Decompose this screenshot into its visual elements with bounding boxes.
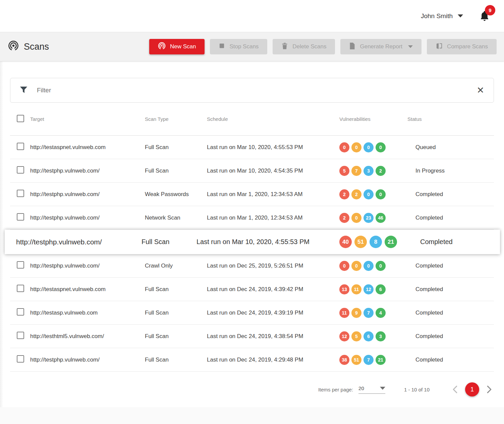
stop-icon — [219, 43, 225, 51]
filter-placeholder: Filter — [37, 87, 51, 94]
table-row[interactable]: http://testhtml5.vulnweb.com/ Full Scan … — [10, 325, 494, 348]
compare-scans-button[interactable]: Compare Scans — [427, 39, 497, 54]
filter-funnel-icon — [19, 85, 28, 96]
row-checkbox[interactable] — [17, 308, 24, 316]
target-url: http://testphp.vulnweb.com/ — [30, 357, 145, 363]
row-checkbox[interactable] — [17, 261, 24, 269]
notifications-button[interactable]: 9 — [479, 10, 490, 22]
row-checkbox[interactable] — [17, 285, 24, 292]
low-severity-badge: 3 — [363, 166, 374, 176]
scan-type: Full Scan — [142, 238, 197, 246]
pagination-bar: Items per page: 20 1 - 10 of 10 1 — [10, 378, 494, 401]
high-severity-badge: 0 — [339, 142, 349, 152]
row-checkbox[interactable] — [17, 355, 24, 363]
target-url: http://testphp.vulnweb.com/ — [30, 215, 145, 221]
column-header-status: Status — [407, 116, 494, 122]
scan-type: Network Scan — [145, 215, 207, 221]
scan-status: Completed — [415, 238, 500, 246]
vulnerability-badges: 12 5 6 3 — [339, 331, 407, 341]
row-checkbox[interactable] — [17, 166, 24, 174]
delete-scans-label: Delete Scans — [292, 43, 326, 50]
low-severity-badge: 8 — [370, 236, 382, 248]
table-body: http://testaspnet.vulnweb.com Full Scan … — [0, 136, 504, 372]
scan-status: Queued — [407, 144, 494, 151]
previous-page-button[interactable] — [450, 383, 460, 395]
table-row[interactable]: http://testphp.vulnweb.com/ Full Scan La… — [10, 348, 494, 372]
row-checkbox[interactable] — [17, 332, 24, 339]
chevron-down-icon — [380, 387, 385, 390]
scan-status: In Progress — [407, 168, 494, 174]
scan-status: Completed — [407, 357, 494, 363]
schedule: Last run on Dec 24, 2019, 4:39:19 PM — [207, 310, 339, 316]
table-row[interactable]: http://testaspnet.vulnweb.com Full Scan … — [10, 136, 494, 159]
pagination-range: 1 - 10 of 10 — [404, 387, 430, 392]
scan-type: Full Scan — [145, 168, 207, 174]
delete-scans-button[interactable]: Delete Scans — [273, 39, 335, 54]
info-severity-badge: 6 — [376, 284, 386, 294]
medium-severity-badge: 0 — [351, 142, 361, 152]
high-severity-badge: 5 — [339, 166, 349, 176]
table-row[interactable]: http://testphp.vulnweb.com/ Full Scan La… — [5, 230, 500, 254]
info-severity-badge: 0 — [376, 189, 386, 199]
select-all-checkbox[interactable] — [17, 115, 24, 122]
info-severity-badge: 3 — [376, 331, 386, 341]
vulnerability-badges: 40 51 8 21 — [339, 236, 415, 248]
table-row[interactable]: http://testphp.vulnweb.com/ Full Scan La… — [10, 159, 494, 183]
high-severity-badge: 13 — [339, 284, 349, 294]
scan-type: Full Scan — [145, 333, 207, 340]
table-row[interactable]: http://testaspnet.vulnweb.com Full Scan … — [10, 278, 494, 301]
info-severity-badge: 46 — [376, 213, 386, 223]
table-row[interactable]: http://testasp.vulnweb.com Full Scan Las… — [10, 301, 494, 325]
column-header-target: Target — [30, 116, 145, 122]
low-severity-badge: 6 — [363, 331, 374, 341]
scan-status: Completed — [407, 215, 494, 221]
info-severity-badge: 2 — [376, 166, 386, 176]
row-checkbox[interactable] — [17, 190, 24, 197]
new-scan-label: New Scan — [170, 43, 196, 50]
schedule: Last run on Dec 24, 2019, 4:38:54 PM — [207, 333, 339, 340]
new-scan-button[interactable]: New Scan — [149, 39, 205, 54]
scan-type: Full Scan — [145, 357, 207, 363]
target-url: http://testphp.vulnweb.com/ — [30, 191, 145, 198]
stop-scans-button[interactable]: Stop Scans — [210, 39, 267, 54]
low-severity-badge: 0 — [363, 189, 374, 199]
column-header-vulnerabilities: Vulnerabilities — [339, 116, 407, 122]
low-severity-badge: 0 — [363, 261, 374, 271]
scan-status: Completed — [407, 263, 494, 269]
high-severity-badge: 0 — [339, 261, 349, 271]
info-severity-badge: 0 — [376, 261, 386, 271]
compare-scans-label: Compare Scans — [447, 43, 488, 50]
table-row[interactable]: http://testphp.vulnweb.com/ Weak Passwor… — [10, 183, 494, 206]
medium-severity-badge: 2 — [351, 189, 361, 199]
high-severity-badge: 38 — [339, 355, 349, 365]
top-bar: John Smith 9 — [0, 0, 504, 32]
vulnerability-badges: 0 0 0 0 — [339, 261, 407, 271]
items-per-page-select[interactable]: 20 — [358, 385, 385, 394]
user-name: John Smith — [421, 12, 453, 20]
filter-bar[interactable]: Filter ✕ — [10, 78, 494, 103]
document-icon — [349, 42, 355, 51]
row-checkbox-cell — [10, 332, 30, 341]
page-title: Scans — [8, 40, 49, 53]
schedule: Last run on Mar 1, 2020, 12:34:53 AM — [207, 215, 339, 221]
row-checkbox-cell — [10, 190, 30, 199]
row-checkbox-cell — [10, 143, 30, 152]
vulnerability-badges: 2 0 23 46 — [339, 213, 407, 223]
schedule: Last run on Mar 10, 2020, 4:55:53 PM — [207, 144, 339, 151]
generate-report-button[interactable]: Generate Report — [340, 39, 422, 54]
medium-severity-badge: 0 — [351, 261, 361, 271]
vulnerability-badges: 5 7 3 2 — [339, 166, 407, 176]
user-menu[interactable]: John Smith — [421, 12, 463, 20]
row-checkbox[interactable] — [17, 143, 24, 150]
target-url: http://testphp.vulnweb.com/ — [30, 168, 145, 174]
table-row[interactable]: http://testphp.vulnweb.com/ Network Scan… — [10, 206, 494, 230]
medium-severity-badge: 7 — [351, 166, 361, 176]
row-checkbox[interactable] — [17, 213, 24, 221]
schedule: Last run on Dec 25, 2019, 5:26:51 PM — [207, 263, 339, 269]
clear-filter-button[interactable]: ✕ — [477, 86, 484, 95]
scan-type: Weak Passwords — [145, 191, 207, 198]
current-page-button[interactable]: 1 — [465, 382, 479, 396]
medium-severity-badge: 51 — [351, 355, 361, 365]
table-row[interactable]: http://testphp.vulnweb.com/ Crawl Only L… — [10, 254, 494, 278]
next-page-button[interactable] — [485, 383, 494, 395]
